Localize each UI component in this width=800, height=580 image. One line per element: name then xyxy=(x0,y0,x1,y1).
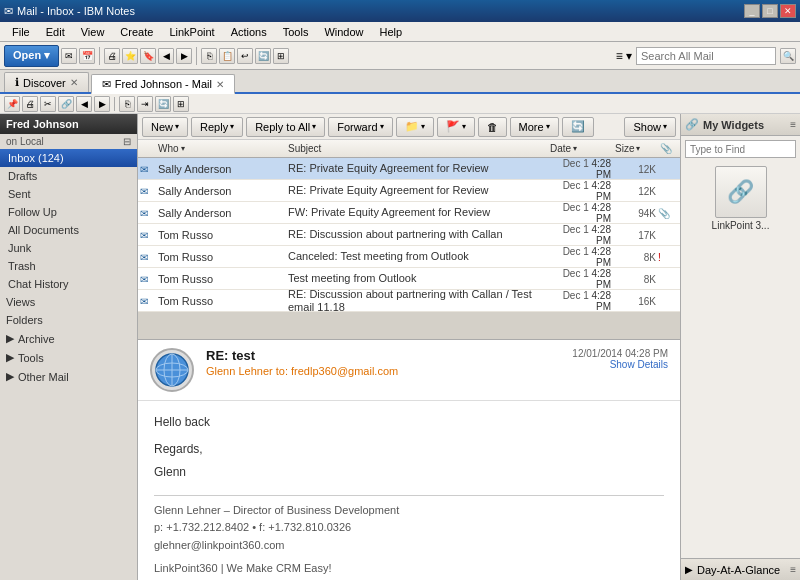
open-button[interactable]: Open ▾ xyxy=(4,45,59,67)
forward-button[interactable]: Forward ▾ xyxy=(328,117,392,137)
tab-mail[interactable]: ✉ Fred Johnson - Mail ✕ xyxy=(91,74,235,94)
action-back[interactable]: ◀ xyxy=(76,96,92,112)
col-subject[interactable]: Subject xyxy=(286,143,548,154)
menu-create[interactable]: Create xyxy=(112,24,161,40)
action-fwd[interactable]: ▶ xyxy=(94,96,110,112)
sidebar-item-archive[interactable]: ▶ Archive xyxy=(0,329,137,348)
col-who[interactable]: Who ▾ xyxy=(156,143,286,154)
widget-search-input[interactable] xyxy=(685,140,796,158)
sidebar-section-folders[interactable]: Folders xyxy=(0,311,137,329)
search-button[interactable]: 🔍 xyxy=(780,48,796,64)
sidebar-item-sent[interactable]: Sent xyxy=(0,185,137,203)
show-button[interactable]: Show ▾ xyxy=(624,117,676,137)
tab-mail-close[interactable]: ✕ xyxy=(216,79,224,90)
action-refresh2[interactable]: 🔄 xyxy=(155,96,171,112)
show-details-link[interactable]: Show Details xyxy=(572,359,668,370)
sidebar-item-tools[interactable]: ▶ Tools xyxy=(0,348,137,367)
email-date: Dec 1 4:28 PM xyxy=(548,158,613,180)
tab-discover[interactable]: ℹ Discover ✕ xyxy=(4,72,89,92)
toolbar-extra[interactable]: ⊞ xyxy=(273,48,289,64)
tab-discover-close[interactable]: ✕ xyxy=(70,77,78,88)
email-icon: ✉ xyxy=(140,186,156,197)
email-rows-container: ✉ Sally Anderson RE: Private Equity Agre… xyxy=(138,158,680,312)
table-row[interactable]: ✉ Sally Anderson RE: Private Equity Agre… xyxy=(138,180,680,202)
title-bar-text: Mail - Inbox - IBM Notes xyxy=(17,5,135,17)
menu-tools[interactable]: Tools xyxy=(275,24,317,40)
toolbar-paste[interactable]: 📋 xyxy=(219,48,235,64)
show-dropdown-arrow: ▾ xyxy=(663,122,667,131)
widget-title: My Widgets xyxy=(703,119,786,131)
reply-button[interactable]: Reply ▾ xyxy=(191,117,243,137)
toolbar-refresh[interactable]: 🔄 xyxy=(255,48,271,64)
delete-button[interactable]: 🗑 xyxy=(478,117,507,137)
action-copy2[interactable]: ⎘ xyxy=(119,96,135,112)
menu-edit[interactable]: Edit xyxy=(38,24,73,40)
action-indent[interactable]: ⇥ xyxy=(137,96,153,112)
table-row[interactable]: ✉ Tom Russo Canceled: Test meeting from … xyxy=(138,246,680,268)
table-row[interactable]: ✉ Sally Anderson FW: Private Equity Agre… xyxy=(138,202,680,224)
toolbar-nav-back[interactable]: ◀ xyxy=(158,48,174,64)
preview-pane: RE: test Glenn Lehner to: fredlp360@gmai… xyxy=(138,340,680,580)
toolbar-nav-fwd[interactable]: ▶ xyxy=(176,48,192,64)
menu-linkpoint[interactable]: LinkPoint xyxy=(161,24,222,40)
toolbar-calendar-icon[interactable]: 📅 xyxy=(79,48,95,64)
table-row[interactable]: ✉ Tom Russo Test meeting from Outlook De… xyxy=(138,268,680,290)
email-subject: Canceled: Test meeting from Outlook xyxy=(286,250,548,263)
toolbar-move[interactable]: ↩ xyxy=(237,48,253,64)
toolbar-print-icon[interactable]: 🖨 xyxy=(104,48,120,64)
bottom-menu-icon[interactable]: ≡ xyxy=(790,564,796,575)
sidebar-item-inbox[interactable]: Inbox (124) xyxy=(0,149,137,167)
widget-linkpoint-item[interactable]: 🔗 LinkPoint 3... xyxy=(685,166,796,231)
sidebar-sync-icon[interactable]: ⊟ xyxy=(123,136,131,147)
search-input[interactable] xyxy=(636,47,776,65)
sidebar-item-drafts[interactable]: Drafts xyxy=(0,167,137,185)
col-date[interactable]: Date ▾ xyxy=(548,143,613,154)
move-button[interactable]: 📁 ▾ xyxy=(396,117,434,137)
menu-window[interactable]: Window xyxy=(316,24,371,40)
email-from: Tom Russo xyxy=(156,273,286,285)
day-at-glance-button[interactable]: Day-At-A-Glance xyxy=(697,564,786,576)
reply-all-button[interactable]: Reply to All ▾ xyxy=(246,117,325,137)
email-icon: ✉ xyxy=(140,208,156,219)
sidebar-location-text: on Local xyxy=(6,136,44,147)
tab-discover-label: Discover xyxy=(23,77,66,89)
widget-menu-icon[interactable]: ≡ xyxy=(790,119,796,130)
email-date: Dec 1 4:28 PM xyxy=(548,202,613,224)
minimize-button[interactable]: _ xyxy=(744,4,760,18)
preview-name: Glenn xyxy=(154,463,664,482)
toolbar-mail-icon[interactable]: ✉ xyxy=(61,48,77,64)
action-pin[interactable]: 📌 xyxy=(4,96,20,112)
sidebar-item-trash[interactable]: Trash xyxy=(0,257,137,275)
sidebar-item-followup[interactable]: Follow Up xyxy=(0,203,137,221)
table-row[interactable]: ✉ Sally Anderson RE: Private Equity Agre… xyxy=(138,158,680,180)
table-row[interactable]: ✉ Tom Russo RE: Discussion about partner… xyxy=(138,290,680,312)
sync-button[interactable]: 🔄 xyxy=(562,117,594,137)
menu-view[interactable]: View xyxy=(73,24,113,40)
action-cut[interactable]: ✂ xyxy=(40,96,56,112)
menu-file[interactable]: File xyxy=(4,24,38,40)
flag-button[interactable]: 🚩 ▾ xyxy=(437,117,475,137)
sidebar-item-junk[interactable]: Junk xyxy=(0,239,137,257)
menu-help[interactable]: Help xyxy=(372,24,411,40)
toolbar-tag-icon[interactable]: 🔖 xyxy=(140,48,156,64)
new-button[interactable]: New ▾ xyxy=(142,117,188,137)
action-grid[interactable]: ⊞ xyxy=(173,96,189,112)
preview-header: RE: test Glenn Lehner to: fredlp360@gmai… xyxy=(138,340,680,401)
main-container: Fred Johnson on Local ⊟ Inbox (124) Draf… xyxy=(0,114,800,580)
toolbar-copy[interactable]: ⎘ xyxy=(201,48,217,64)
toolbar-star-icon[interactable]: ⭐ xyxy=(122,48,138,64)
menu-actions[interactable]: Actions xyxy=(223,24,275,40)
sidebar-item-chathist[interactable]: Chat History xyxy=(0,275,137,293)
action-link[interactable]: 🔗 xyxy=(58,96,74,112)
maximize-button[interactable]: □ xyxy=(762,4,778,18)
more-button[interactable]: More ▾ xyxy=(510,117,559,137)
search-dropdown-icon[interactable]: ≡ ▾ xyxy=(616,49,632,63)
sidebar-item-othermail[interactable]: ▶ Other Mail xyxy=(0,367,137,386)
close-button[interactable]: ✕ xyxy=(780,4,796,18)
table-row[interactable]: ✉ Tom Russo RE: Discussion about partner… xyxy=(138,224,680,246)
action-print[interactable]: 🖨 xyxy=(22,96,38,112)
sidebar-item-alldocs[interactable]: All Documents xyxy=(0,221,137,239)
sidebar-section-views[interactable]: Views xyxy=(0,293,137,311)
col-size[interactable]: Size ▾ xyxy=(613,143,658,154)
search-box: ≡ ▾ 🔍 xyxy=(616,47,796,65)
